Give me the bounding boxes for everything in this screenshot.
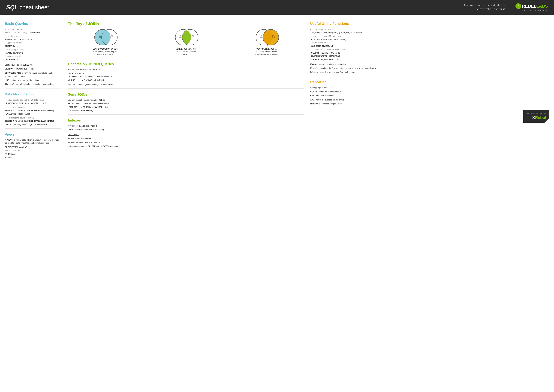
xrebel-logo: XRebel [526, 115, 546, 121]
tagline-line1: For more awesome cheat sheets [464, 4, 505, 7]
set-ops-list: Union - returns data from both queries E… [310, 63, 549, 74]
svg-text:B: B [110, 35, 113, 39]
right-column: Useful Utility Functions -- convert stri… [307, 18, 549, 160]
indexes-code: CREATE INDEX index1 ON table1 (col1) [68, 128, 304, 132]
data-modification-section: Data Modification -- update specific dat… [5, 92, 62, 126]
middle-column: The Joy of JOINs A [65, 18, 307, 160]
utility-functions-title: Useful Utility Functions [310, 21, 549, 26]
right-outer-join-venn: A B ↓ [253, 28, 280, 46]
views-code: CREATE VIEW view1 AS SELECT col1, col2 F… [5, 146, 62, 159]
svg-text:↓: ↓ [267, 44, 268, 46]
header: SQL cheat sheet For more awesome cheat s… [0, 0, 554, 15]
header-tagline: For more awesome cheat sheets visit rebe… [464, 4, 505, 11]
svg-text:↓: ↓ [105, 44, 107, 46]
svg-text:A: A [179, 35, 182, 39]
title-bold: SQL [6, 4, 18, 11]
basic-queries-title: Basic Queries [5, 21, 62, 26]
main-content: Basic Queries -- filter your columns SEL… [0, 15, 554, 165]
indexes-title: Indexes [68, 118, 304, 123]
svg-text:B: B [272, 35, 275, 39]
updates-joined-title: Updates on JOINed Queries [68, 62, 304, 67]
indexes-section: Indexes If you query by a column, index … [68, 118, 304, 148]
indexes-desc: If you query by a column, index it! [68, 125, 304, 127]
joins-section: The Joy of JOINs A [68, 21, 304, 58]
brought-by: BROUGHT TO YOU BY [526, 112, 546, 115]
updates-joined-note: NB! Use database specific syntax, it mig… [68, 83, 304, 86]
reporting-desc: Use aggregation functions [310, 86, 549, 89]
joins-title: The Joy of JOINs [68, 21, 304, 27]
data-modification-title: Data Modification [5, 92, 62, 97]
svg-text:A: A [98, 35, 101, 39]
xrebel-badge: BROUGHT TO YOU BY XRebel [523, 110, 549, 123]
xrebel-x: X [532, 115, 535, 120]
rebel-subtext: BY ZEROTURNAROUND [524, 9, 548, 12]
dont-forget-list: Avoid overlapping indexes Avoid indexing… [68, 137, 304, 148]
joins-diagrams: A B ↓ LEFT OUTER JOIN - all rows from ta… [68, 28, 304, 56]
semi-joins-code: SELECT col1, col2 FROM table1 WHERE id I… [68, 102, 304, 112]
tagline-line2: visit rebellabs.org! [464, 7, 505, 11]
arrow-icon: → [509, 5, 512, 10]
left-outer-join-venn: A B ↓ [92, 28, 119, 46]
semi-joins-section: Semi JOINs You can use subqueries instea… [68, 92, 304, 112]
inner-join-diagram: A B ↓ INNER JOIN - fetch the results tha… [149, 28, 223, 56]
reporting-section: Reporting Use aggregation functions COUN… [310, 79, 549, 123]
updates-joined-section: Updates on JOINed Queries You can use JO… [68, 62, 304, 86]
svg-text:A: A [260, 35, 263, 39]
utility-functions-code: -- convert strings to dates: TO_DATE (Or… [310, 28, 549, 62]
views-title: Views [5, 132, 62, 137]
views-desc: A VIEW is a virtual table, which is a re… [5, 139, 62, 145]
rebel-logo: Z REBELLABS BY ZEROTURNAROUND [515, 3, 548, 12]
footer-area: BROUGHT TO YOU BY XRebel [310, 110, 549, 123]
inner-join-label: INNER JOIN - fetch the results that exis… [173, 48, 199, 56]
page-curl-icon [545, 118, 549, 123]
keywords-label: Useful keywords for SELECTS: [5, 64, 32, 66]
inner-join-venn: A B ↓ [173, 28, 199, 46]
reporting-title: Reporting [310, 79, 549, 85]
reporting-list: COUNT - return the number of rows SUM - … [310, 90, 549, 105]
updates-joined-desc: You can use JOINs in your UPDATEs [68, 68, 304, 71]
dont-forget-label: Don't forget: [68, 133, 79, 136]
basic-queries-code: -- filter your columns SELECT col1, col2… [5, 28, 62, 62]
rebel-logo-text: REBELLABS [522, 3, 548, 9]
basic-queries-section: Basic Queries -- filter your columns SEL… [5, 21, 62, 86]
data-modification-code: -- update specific data with the WHERE c… [5, 98, 62, 126]
header-right: For more awesome cheat sheets visit rebe… [464, 3, 548, 12]
left-outer-join-label: LEFT OUTER JOIN - all rows from table A,… [93, 48, 118, 56]
views-section: Views A VIEW is a virtual table, which i… [5, 132, 62, 159]
keywords-list: DISTINCT - return unique results BETWEEN… [5, 67, 62, 86]
semi-joins-desc: You can use subqueries instead of JOINs: [68, 98, 304, 102]
left-outer-join-diagram: A B ↓ LEFT OUTER JOIN - all rows from ta… [68, 28, 142, 56]
svg-text:B: B [191, 35, 194, 39]
right-outer-join-diagram: A B ↓ RIGHT OUTER JOIN - all rows from t… [229, 28, 304, 56]
header-title: SQL cheat sheet [6, 3, 49, 12]
rebel-z-icon: Z [515, 3, 521, 9]
utility-functions-section: Useful Utility Functions -- convert stri… [310, 21, 549, 74]
left-column: Basic Queries -- filter your columns SEL… [5, 18, 65, 160]
right-outer-join-label: RIGHT OUTER JOIN - all rows from table B… [254, 48, 279, 56]
semi-joins-title: Semi JOINs [68, 92, 304, 97]
svg-text:↓: ↓ [186, 44, 187, 46]
updates-joined-code: UPDATE t1 SET a = 1 FROM table1 t1 JOIN … [68, 72, 304, 82]
title-rest: cheat sheet [20, 4, 49, 11]
